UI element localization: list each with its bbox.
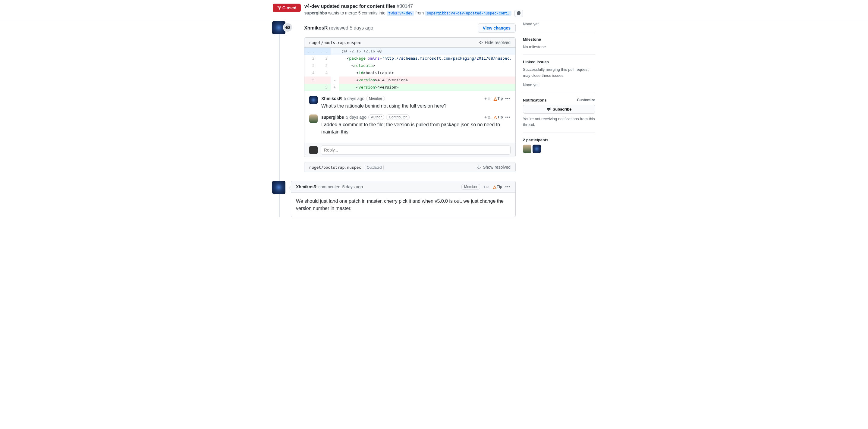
participant-avatar[interactable] <box>523 144 531 153</box>
avatar[interactable] <box>309 96 318 104</box>
outdated-label: Outdated <box>365 165 384 170</box>
participant-avatar[interactable] <box>532 144 541 153</box>
kebab-menu[interactable]: ••• <box>505 185 510 189</box>
kebab-menu[interactable]: ••• <box>505 96 510 101</box>
head-branch[interactable]: supergibbs:v4-dev-updated-nuspec-cont… <box>425 11 512 16</box>
notifications-heading: Notifications <box>523 98 547 102</box>
unfold-icon <box>478 40 483 44</box>
role-badge: Member <box>461 184 480 190</box>
expand-hunk[interactable]: ... <box>304 47 317 55</box>
comment-time[interactable]: 5 days ago <box>346 115 367 120</box>
reply-input[interactable] <box>321 145 510 155</box>
add-reaction-button[interactable]: +☺ <box>484 96 491 101</box>
subscribe-button[interactable]: Subscribe <box>523 105 595 113</box>
comment-text: What's the rationale behind not using th… <box>321 102 510 110</box>
review-comment: XhmikosR 5 days ago Member +☺ △ Tip ••• … <box>309 93 510 112</box>
comment-body: We should just land one patch in master,… <box>291 193 516 217</box>
pr-title: v4-dev updated nuspec for content files … <box>304 4 595 9</box>
reply-row <box>304 143 516 157</box>
issue-number: #30147 <box>397 4 412 9</box>
tip-button[interactable]: △ Tip <box>494 96 503 101</box>
comment-author[interactable]: XhmikosR <box>321 96 342 101</box>
base-branch[interactable]: twbs:v4-dev <box>387 11 414 16</box>
avatar[interactable] <box>309 146 318 154</box>
review-event: XhmikosR reviewed 5 days ago View change… <box>297 21 516 172</box>
comment-time[interactable]: 5 days ago <box>344 96 364 101</box>
participants-heading: 2 participants <box>523 138 595 142</box>
sidebar: None yet Milestone No milestone Linked i… <box>523 21 595 222</box>
milestone-value: No milestone <box>523 44 595 50</box>
show-resolved-toggle[interactable]: Show resolved <box>477 165 510 170</box>
comment-time[interactable]: 5 days ago <box>342 185 363 189</box>
eye-icon <box>285 25 290 30</box>
pr-author[interactable]: supergibbs <box>304 10 327 15</box>
kebab-menu[interactable]: ••• <box>505 115 510 120</box>
tip-icon: △ <box>493 185 496 189</box>
add-reaction-button[interactable]: +☺ <box>484 115 491 120</box>
role-badge: Member <box>366 96 385 101</box>
status-badge: Closed <box>273 4 301 12</box>
comment-author[interactable]: XhmikosR <box>296 185 316 189</box>
status-text: Closed <box>282 5 297 10</box>
review-comment: supergibbs 5 days ago Author Contributor… <box>309 112 510 138</box>
linked-issues-heading[interactable]: Linked issues <box>523 60 595 64</box>
hide-resolved-toggle[interactable]: Hide resolved <box>478 40 510 45</box>
comment-author[interactable]: supergibbs <box>321 115 344 120</box>
diff-table: ......@@ -2,16 +2,16 @@ 22 <package xmln… <box>304 47 516 91</box>
tip-button[interactable]: △Tip <box>493 185 502 189</box>
megaphone-icon <box>547 107 551 111</box>
pr-header: Closed v4-dev updated nuspec for content… <box>0 0 868 21</box>
customize-link[interactable]: Customize <box>577 98 595 102</box>
avatar[interactable] <box>272 181 285 194</box>
comment-event: XhmikosR commented 5 days ago Member +☺ … <box>297 181 516 217</box>
avatar[interactable] <box>309 114 318 123</box>
tip-icon: △ <box>494 96 497 101</box>
review-thread: nuget/bootstrap.nuspec Hide resolved ...… <box>304 37 516 157</box>
sidebar-none-yet: None yet <box>523 21 595 32</box>
comment-text: I added a comment to the file; the versi… <box>321 121 510 136</box>
view-changes-button[interactable]: View changes <box>478 24 516 33</box>
file-path[interactable]: nuget/bootstrap.nuspec <box>309 165 361 170</box>
add-reaction-button[interactable]: +☺ <box>483 185 490 189</box>
copy-branch-button[interactable] <box>515 10 523 17</box>
review-author[interactable]: XhmikosR <box>304 25 328 30</box>
milestone-heading[interactable]: Milestone <box>523 37 595 41</box>
pr-meta: supergibbs wants to merge 5 commits into… <box>304 10 595 17</box>
role-badge: Author <box>368 114 384 120</box>
unfold-icon <box>477 165 481 169</box>
tip-button[interactable]: △ Tip <box>494 115 503 120</box>
clipboard-icon <box>517 11 521 15</box>
role-badge: Contributor <box>386 114 409 120</box>
review-badge-icon <box>283 23 293 32</box>
outdated-thread: nuget/bootstrap.nuspec Outdated Show res… <box>304 162 516 172</box>
review-time[interactable]: 5 days ago <box>350 25 373 30</box>
pr-closed-icon <box>277 6 281 10</box>
file-path[interactable]: nuget/bootstrap.nuspec <box>309 40 361 45</box>
tip-icon: △ <box>494 115 497 120</box>
